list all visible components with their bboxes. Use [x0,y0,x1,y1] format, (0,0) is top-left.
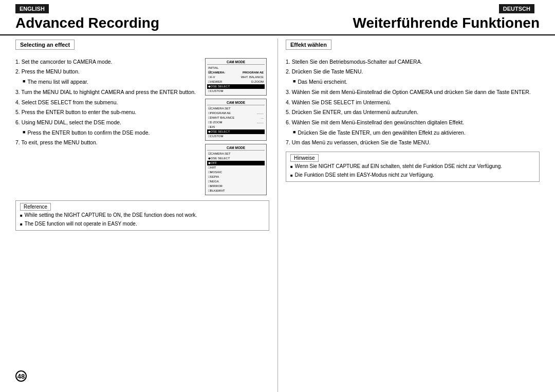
right-list-item-sub: ■Drücken Sie die Taste ENTER, um den gew… [286,129,540,137]
cam-row-highlighted: ◆DSE SELECT [207,84,265,89]
header-right: DEUTSCH Weiterführende Funktionen [278,4,540,31]
step-text: Drücken Sie die Taste ENTER, um den gewä… [298,129,465,137]
header-left: ENGLISH Advanced Recording [15,4,278,31]
hinweise-header-wrapper: Hinweise [290,155,535,161]
step-text: To exit, press the MENU button. [21,139,97,145]
cam-row: □ART [207,165,265,170]
step-num: 3. [15,89,21,95]
step-text: The menu list will appear. [27,78,88,86]
step-text: Press the MENU button. [22,68,80,74]
ref-header: Reference [20,203,51,211]
step-text: Wählen Sie DSE SELECT im Untermenü. [292,99,392,105]
list-item: 6. Using MENU DIAL, select the DSE mode. [15,119,202,126]
step-text: Wählen Sie mit dem Menü-Einstellrad die … [292,89,531,95]
left-column: Selecting an effect 1. Set the camcorder… [15,40,275,381]
cam-row: □SEPIA [207,175,265,179]
step-text: Turn the MENU DIAL to highlight CAMERA a… [21,89,195,95]
right-list-item: 2. Drücken Sie die Taste MENU. [286,68,540,76]
step-num: 7. [15,139,21,145]
right-list-item: 7. Um das Menü zu verlassen, drücken Sie… [286,139,540,146]
step-num: 7. [286,139,292,145]
cam-row-highlighted: ◆OFF [207,161,265,165]
step-text: Drücken Sie die Taste MENU. [292,68,363,74]
right-list-item: 5. Drücken Sie ENTER, um das Untermenü a… [286,108,540,116]
ref-item-1: ■ While setting the NIGHT CAPTURE to ON,… [20,212,265,219]
hinweise-text-1: Wenn Sie NIGHT CAPTURE auf EIN schalten,… [295,163,502,170]
hinweise-text-2: Die Funktion DSE steht im EASY-Modus nic… [295,172,434,179]
right-section-header-row: Effekt wählen [286,40,540,54]
cam-row: INITIAL [207,66,265,70]
cam-row: □EIS [207,125,265,129]
vertical-divider [278,39,278,392]
reference-box: Reference ■ While setting the NIGHT CAPT… [15,200,269,231]
step-text: Press the ENTER button to enter the sub-… [22,109,137,115]
cam-row: □BLK&WHT [207,189,265,193]
ref-text-1: While setting the NIGHT CAPTURE to ON, t… [25,212,197,219]
step-num: 6. [15,119,22,125]
cam-row: □VIEWERD.ZOOM [207,80,265,84]
step-num: 4. [15,99,22,105]
cam-row: □D ZOOM........ [207,120,265,125]
camera-screens: CAM MODE INITIAL ☑CAMERA:PROGRAM AE □A-V… [205,58,269,195]
left-section-header: Selecting an effect [15,40,75,50]
cam-row: □CUSTOM [207,134,265,139]
step-text: Wählen Sie mit dem Menü-Einstellrad den … [292,119,464,125]
cam-title-2: CAM MODE [207,101,265,105]
title-right: Weiterführende Funktionen [353,15,540,31]
cam-row: □MIRROR [207,184,265,189]
title-left: Advanced Recording [15,15,278,31]
step-num: 1. [15,59,22,65]
lang-badge-en-wrapper: ENGLISH [15,4,278,13]
cam-row: □DWHT BALANCE... [207,116,265,120]
cam-row: □CUSTOM [207,89,265,94]
right-column: Effekt wählen 1. Stellen Sie den Betrieb… [275,40,540,381]
right-list-item-sub: ■Das Menü erscheint. [286,78,540,86]
lang-badge-english: ENGLISH [15,4,49,13]
cam-row: □A-VWHT. BALANCE [207,75,265,80]
left-steps-with-screens: 1. Set the camcorder to CAMERA mode. 2. … [15,58,269,195]
right-steps-list: 1. Stellen Sie den Betriebsmodus-Schalte… [286,58,540,146]
step-text: Press the ENTER button to confirm the DS… [27,129,150,137]
cam-screen-3: CAM MODE ☑CAMERA SET ◆DSE SELECT ◆OFF □A… [205,144,267,195]
hinweise-item-1: ■ Wenn Sie NIGHT CAPTURE auf EIN schalte… [290,163,535,170]
step-text: Set the camcorder to CAMERA mode. [22,59,113,65]
step-num: 6. [286,119,292,125]
cam-screen-1: CAM MODE INITIAL ☑CAMERA:PROGRAM AE □A-V… [205,58,267,96]
cam-row: □NEGA [207,179,265,184]
right-section-header: Effekt wählen [286,40,331,50]
step-num: 5. [15,109,22,115]
left-section-header-row: Selecting an effect [15,40,269,54]
left-steps-list: 1. Set the camcorder to CAMERA mode. 2. … [15,58,202,146]
right-list-item: 3. Wählen Sie mit dem Menü-Einstellrad d… [286,88,540,96]
lang-badge-de-wrapper: DEUTSCH [499,4,540,13]
cam-title-1: CAM MODE [207,60,265,65]
list-item: 5. Press the ENTER button to enter the s… [15,108,202,116]
list-item: 7. To exit, press the MENU button. [15,139,202,146]
step-num: 4. [286,99,292,105]
step-text: Stellen Sie den Betriebsmodus-Schalter a… [292,59,422,65]
step-num: 5. [286,109,292,115]
right-list-item: 6. Wählen Sie mit dem Menü-Einstellrad d… [286,119,540,126]
step-num: 3. [286,89,292,95]
cam-row: ◆DSE SELECT [207,156,265,161]
ref-text-2: The DSE function will not operate in EAS… [25,220,137,228]
hinweise-header: Hinweise [290,154,319,162]
ref-item-2: ■ The DSE function will not operate in E… [20,220,265,228]
step-text: Um das Menü zu verlassen, drücken Sie di… [292,139,431,145]
right-list-item: 4. Wählen Sie DSE SELECT im Untermenü. [286,99,540,106]
list-item: 2. Press the MENU button. [15,68,202,76]
cam-title-3: CAM MODE [207,146,265,151]
step-num: 1. [286,59,292,65]
list-item-sub: ■The menu list will appear. [15,78,202,86]
cam-screen-2: CAM MODE ☑CAMERA SET □PROGRAM AE........… [205,99,267,141]
ref-header-wrapper: Reference [20,203,265,210]
hinweise-box: Hinweise ■ Wenn Sie NIGHT CAPTURE auf EI… [286,152,540,182]
right-list-item: 1. Stellen Sie den Betriebsmodus-Schalte… [286,58,540,66]
cam-row-highlighted: ◆DSE SELECT [207,129,265,134]
hinweise-item-2: ■ Die Funktion DSE steht im EASY-Modus n… [290,172,535,179]
cam-row: □MOSAIC [207,170,265,175]
cam-row: □PROGRAM AE........ [207,111,265,116]
header: ENGLISH Advanced Recording DEUTSCH Weite… [0,0,555,35]
step-text: Using MENU DIAL, select the DSE mode. [22,119,121,125]
step-num: 2. [15,68,22,74]
